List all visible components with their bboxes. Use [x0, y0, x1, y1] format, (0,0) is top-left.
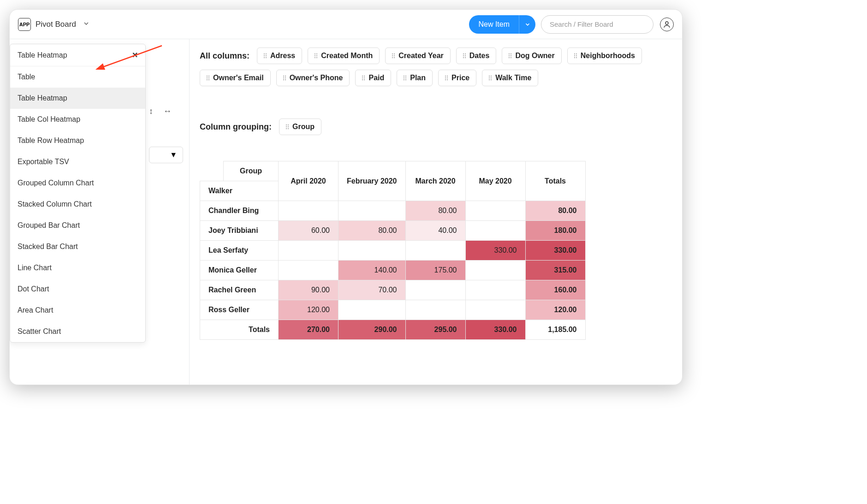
viz-type-dropdown: Table Heatmap ✕ TableTable HeatmapTable … [10, 44, 146, 343]
all-columns-label: All columns: [200, 51, 249, 61]
all-columns-row: All columns: AdressCreated MonthCreated … [200, 47, 672, 86]
cell [405, 241, 465, 261]
column-chip[interactable]: Owner's Phone [276, 70, 350, 86]
drag-handle-icon [404, 76, 406, 80]
row-header: Lea Serfaty [200, 241, 279, 261]
cell [338, 241, 406, 261]
cell [465, 201, 525, 221]
cell: 315.00 [525, 261, 585, 280]
swap-vertical-icon[interactable]: ↕ [149, 107, 153, 116]
table-row: Rachel Green90.0070.00160.00 [200, 280, 586, 300]
drag-handle-icon [207, 76, 209, 80]
drag-handle-icon [445, 76, 448, 80]
totals-cell: 295.00 [405, 320, 465, 340]
dropdown-item[interactable]: Stacked Bar Chart [10, 236, 145, 257]
cell: 120.00 [279, 300, 338, 320]
drag-handle-icon [315, 53, 317, 58]
cell: 160.00 [525, 280, 585, 300]
totals-row: Totals270.00290.00295.00330.001,185.00 [200, 320, 586, 340]
drag-handle-icon [286, 125, 289, 129]
dropdown-item[interactable]: Scatter Chart [10, 321, 145, 342]
dropdown-item[interactable]: Dot Chart [10, 279, 145, 300]
col-header: April 2020 [279, 161, 338, 201]
column-chip[interactable]: Plan [397, 70, 433, 86]
totals-cell: 1,185.00 [525, 320, 585, 340]
totals-label: Totals [200, 320, 279, 340]
user-avatar-icon[interactable] [660, 18, 674, 31]
totals-cell: 330.00 [465, 320, 525, 340]
row-header: Rachel Green [200, 280, 279, 300]
column-chip[interactable]: Adress [257, 47, 302, 64]
new-item-button[interactable]: New Item [469, 15, 519, 34]
drag-handle-icon [574, 53, 577, 58]
pivot-table: GroupApril 2020February 2020March 2020Ma… [200, 161, 672, 340]
cell [465, 300, 525, 320]
dropdown-item[interactable]: Grouped Column Chart [10, 172, 145, 194]
chevron-down-icon[interactable] [83, 20, 90, 29]
dropdown-item[interactable]: Area Chart [10, 300, 145, 321]
sidebar-controls: ↕ ↔ ▼ [149, 107, 183, 163]
column-chip[interactable]: Created Month [308, 47, 380, 64]
cell: 90.00 [279, 280, 338, 300]
cell [338, 300, 406, 320]
cell: 60.00 [279, 221, 338, 241]
search-input[interactable] [541, 15, 653, 34]
corner-group: Group [224, 161, 279, 181]
drag-handle-icon [264, 53, 267, 58]
table-row: Chandler Bing80.0080.00 [200, 201, 586, 221]
cell [279, 201, 338, 221]
column-chip[interactable]: Dates [456, 47, 497, 64]
grouping-chip[interactable]: Group [279, 119, 321, 135]
col-header: February 2020 [338, 161, 406, 201]
sidebar: Table Heatmap ✕ TableTable HeatmapTable … [10, 39, 190, 385]
col-header: May 2020 [465, 161, 525, 201]
cell [279, 241, 338, 261]
column-chip[interactable]: Paid [355, 70, 391, 86]
totals-cell: 290.00 [338, 320, 406, 340]
board-icon: APP [18, 18, 31, 31]
cell: 80.00 [338, 221, 406, 241]
new-item-dropdown-button[interactable] [519, 15, 535, 34]
cell [465, 280, 525, 300]
cell [279, 261, 338, 280]
cell [338, 201, 406, 221]
dropdown-item[interactable]: Table Row Heatmap [10, 130, 145, 151]
totals-cell: 270.00 [279, 320, 338, 340]
column-chip[interactable]: Neighborhoods [567, 47, 642, 64]
dropdown-item[interactable]: Table Heatmap [10, 88, 145, 109]
col-header: March 2020 [405, 161, 465, 201]
dropdown-item[interactable]: Table [10, 66, 145, 88]
column-chip[interactable]: Walk Time [482, 70, 538, 86]
row-header: Ross Geller [200, 300, 279, 320]
column-chip[interactable]: Created Year [385, 47, 451, 64]
board-title[interactable]: Pivot Board [36, 20, 76, 29]
row-header: Joey Tribbiani [200, 221, 279, 241]
dropdown-item[interactable]: Exportable TSV [10, 151, 145, 172]
column-chip[interactable]: Owner's Email [200, 70, 271, 86]
table-row: Joey Tribbiani60.0080.0040.00180.00 [200, 221, 586, 241]
cell [405, 280, 465, 300]
column-grouping-label: Column grouping: [200, 122, 272, 132]
close-icon[interactable]: ✕ [132, 51, 138, 59]
cell: 80.00 [405, 201, 465, 221]
sidebar-select[interactable]: ▼ [149, 147, 183, 163]
dropdown-item[interactable]: Stacked Column Chart [10, 194, 145, 215]
swap-horizontal-icon[interactable]: ↔ [163, 107, 172, 116]
drag-handle-icon [489, 76, 492, 80]
table-row: Lea Serfaty330.00330.00 [200, 241, 586, 261]
corner-walker: Walker [200, 181, 279, 201]
column-chip[interactable]: Dog Owner [502, 47, 561, 64]
app-window: APP Pivot Board New Item Table Heatmap ✕… [9, 9, 683, 385]
cell [465, 221, 525, 241]
table-row: Ross Geller120.00120.00 [200, 300, 586, 320]
dropdown-selected-label: Table Heatmap [18, 51, 67, 59]
cell: 330.00 [465, 241, 525, 261]
dropdown-item[interactable]: Line Chart [10, 257, 145, 279]
cell: 140.00 [338, 261, 406, 280]
dropdown-item[interactable]: Grouped Bar Chart [10, 215, 145, 236]
cell: 175.00 [405, 261, 465, 280]
drag-handle-icon [463, 53, 466, 58]
dropdown-item[interactable]: Table Col Heatmap [10, 109, 145, 130]
column-chip[interactable]: Price [438, 70, 476, 86]
cell: 70.00 [338, 280, 406, 300]
